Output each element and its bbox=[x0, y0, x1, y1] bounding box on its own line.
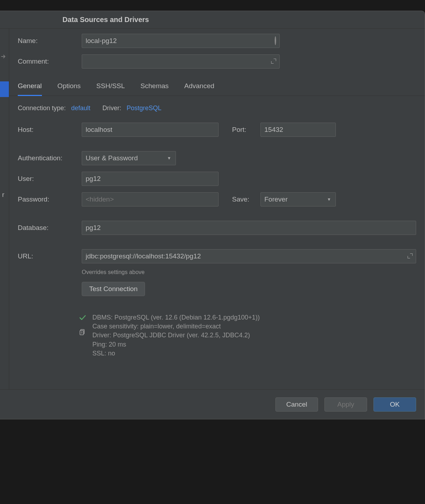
tab-options[interactable]: Options bbox=[58, 79, 81, 96]
meta-row: Connection type: default Driver: Postgre… bbox=[18, 104, 416, 112]
status-dbms: DBMS: PostgreSQL (ver. 12.6 (Debian 12.6… bbox=[92, 313, 260, 322]
auth-label: Authentication: bbox=[18, 154, 82, 162]
arrow-right-icon bbox=[1, 54, 6, 61]
apply-button[interactable]: Apply bbox=[324, 397, 367, 412]
data-sources-dialog: Data Sources and Drivers r Name: Comment… bbox=[0, 11, 425, 419]
url-label: URL: bbox=[18, 252, 82, 260]
dialog-title: Data Sources and Drivers bbox=[63, 16, 149, 24]
cancel-button[interactable]: Cancel bbox=[275, 397, 318, 412]
sidebar-selected-item[interactable] bbox=[0, 81, 9, 97]
password-label: Password: bbox=[18, 195, 82, 203]
driver-label: Driver: bbox=[102, 104, 121, 112]
host-input[interactable] bbox=[82, 123, 219, 137]
url-helper-text: Overrides settings above bbox=[82, 269, 145, 275]
status-driver: Driver: PostgreSQL JDBC Driver (ver. 42.… bbox=[92, 331, 260, 340]
ok-button[interactable]: OK bbox=[373, 397, 416, 412]
chevron-down-icon: ▼ bbox=[327, 197, 331, 202]
tab-advanced[interactable]: Advanced bbox=[184, 79, 215, 96]
name-label: Name: bbox=[18, 37, 82, 45]
dialog-footer: Cancel Apply OK bbox=[0, 389, 425, 419]
comment-input[interactable] bbox=[82, 54, 280, 69]
auth-select-value: User & Password bbox=[86, 154, 138, 162]
tab-ssh-ssl[interactable]: SSH/SSL bbox=[96, 79, 125, 96]
driver-link[interactable]: PostgreSQL bbox=[127, 104, 161, 112]
port-input[interactable] bbox=[260, 123, 336, 137]
tab-bar: General Options SSH/SSL Schemas Advanced bbox=[9, 79, 425, 96]
status-case: Case sensitivity: plain=lower, delimited… bbox=[92, 322, 260, 331]
connection-status: DBMS: PostgreSQL (ver. 12.6 (Debian 12.6… bbox=[18, 313, 416, 358]
save-select-value: Forever bbox=[264, 195, 287, 203]
database-input[interactable] bbox=[82, 221, 416, 235]
check-icon bbox=[79, 314, 86, 323]
main-panel: Name: Comment: General Options SSH/SSL S… bbox=[9, 29, 425, 389]
connection-type-link[interactable]: default bbox=[71, 104, 90, 112]
tab-general[interactable]: General bbox=[18, 79, 42, 96]
password-input[interactable] bbox=[82, 192, 219, 207]
comment-label: Comment: bbox=[18, 58, 82, 65]
auth-select[interactable]: User & Password ▼ bbox=[82, 151, 176, 165]
sidebar-partial-text: r bbox=[2, 191, 4, 199]
url-input[interactable] bbox=[82, 249, 416, 263]
status-ping: Ping: 20 ms bbox=[92, 340, 260, 349]
database-label: Database: bbox=[18, 224, 82, 232]
titlebar: Data Sources and Drivers bbox=[0, 11, 425, 29]
status-ssl: SSL: no bbox=[92, 349, 260, 358]
save-label: Save: bbox=[232, 195, 260, 203]
copy-icon[interactable] bbox=[79, 328, 86, 337]
user-label: User: bbox=[18, 175, 82, 183]
name-input[interactable] bbox=[82, 34, 280, 48]
sidebar-sliver: r bbox=[0, 29, 9, 389]
connection-type-label: Connection type: bbox=[18, 104, 66, 112]
tab-schemas[interactable]: Schemas bbox=[140, 79, 168, 96]
test-connection-button[interactable]: Test Connection bbox=[82, 282, 145, 296]
host-label: Host: bbox=[18, 126, 82, 134]
user-input[interactable] bbox=[82, 172, 219, 186]
save-select[interactable]: Forever ▼ bbox=[260, 192, 336, 207]
port-label: Port: bbox=[232, 126, 260, 134]
chevron-down-icon: ▼ bbox=[167, 156, 171, 161]
svg-rect-1 bbox=[80, 331, 84, 335]
